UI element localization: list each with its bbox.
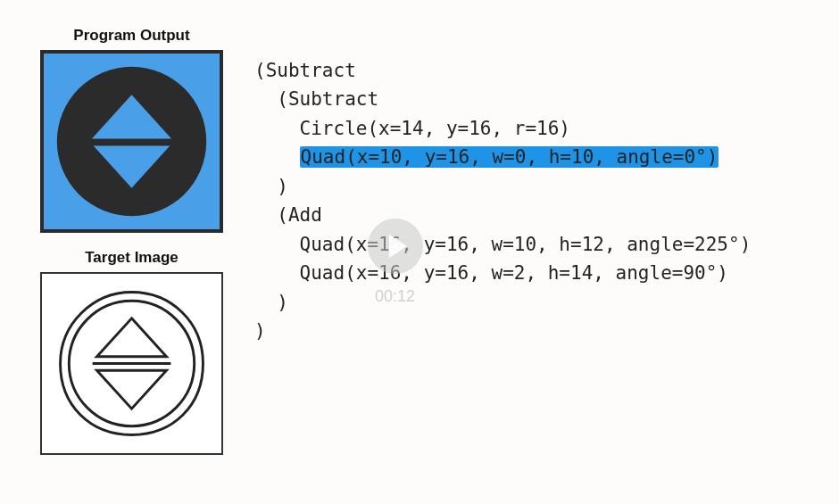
code-line: (Subtract xyxy=(254,60,356,81)
play-button[interactable] xyxy=(368,219,423,274)
svg-rect-2 xyxy=(83,139,179,146)
svg-marker-6 xyxy=(97,370,167,409)
target-image xyxy=(40,272,223,455)
code-line: Circle(x=14, y=16, r=16) xyxy=(254,118,570,139)
code-line-highlighted: Quad(x=10, y=16, w=0, h=10, angle=0°) xyxy=(300,146,719,168)
code-line: (Add xyxy=(254,204,322,226)
svg-marker-4 xyxy=(97,318,167,357)
code-line: (Subtract xyxy=(254,88,378,110)
code-line-prefix xyxy=(254,146,300,168)
left-column: Program Output Target Image xyxy=(36,27,228,455)
code-line: Quad(x=16, y=16, w=10, h=12, angle=225°) xyxy=(254,234,751,255)
code-line: ) xyxy=(254,292,288,313)
code-line: Quad(x=16, y=16, w=2, h=14, angle=90°) xyxy=(254,262,728,284)
program-output-label: Program Output xyxy=(73,27,189,45)
code-line: ) xyxy=(254,320,266,342)
code-line: ) xyxy=(254,176,288,197)
video-timestamp: 00:12 xyxy=(375,287,415,306)
output-svg xyxy=(44,54,220,229)
target-svg xyxy=(45,277,219,450)
play-icon xyxy=(389,235,407,258)
code-block: (Subtract (Subtract Circle(x=14, y=16, r… xyxy=(254,27,751,455)
target-image-label: Target Image xyxy=(85,249,179,267)
program-output-image xyxy=(40,50,223,233)
